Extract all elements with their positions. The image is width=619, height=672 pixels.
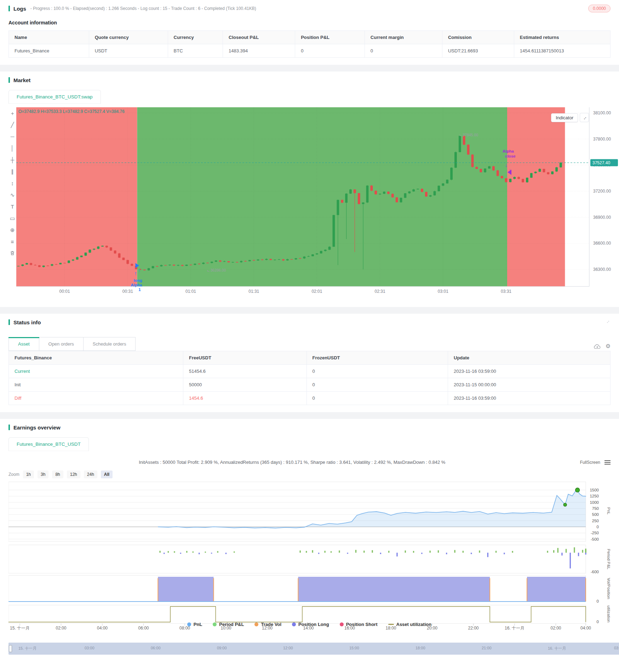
legend-item-asset-utilization[interactable]: Asset utilization (388, 622, 432, 627)
free-usdt-cell: 1454.6 (183, 392, 307, 405)
chart-fullscreen-button[interactable]: ↔ (580, 113, 589, 122)
crosshair-tool-icon[interactable]: ＋ (8, 109, 16, 116)
legend-label: Position Short (346, 622, 378, 627)
svg-text:0: 0 (597, 525, 599, 529)
rectangle-tool-icon[interactable]: ▭ (8, 215, 16, 222)
horizontal-line-tool-icon[interactable]: ─ (8, 133, 16, 140)
chart-menu-icon[interactable] (604, 460, 611, 465)
svg-text:-600: -600 (591, 570, 599, 574)
account-table: NameQuote currencyCurrencyCloseout P&LPo… (8, 30, 611, 58)
column-header: Currency (168, 31, 223, 44)
zoom-range-button-all[interactable]: All (101, 471, 113, 478)
table-row: Current51454.602023-11-16 03:59:00 (9, 365, 611, 378)
fullscreen-button[interactable]: FullScreen (580, 460, 600, 465)
cross-line-tool-icon[interactable]: ┼ (8, 156, 16, 163)
earnings-stats-line: InitAssets : 50000 Total Profit: 2.909 %… (8, 460, 576, 465)
svg-text:utilization: utilization (607, 605, 610, 622)
settings-gear-icon[interactable]: ⚙ (606, 343, 611, 349)
svg-text:Alpha: Alpha (503, 149, 514, 153)
ohlc-info: O=37482.9 H=37533.3 L=37482.9 C=37527.4 … (18, 109, 125, 114)
section-divider (0, 412, 619, 419)
column-header: Futures_Binance (9, 351, 183, 365)
svg-text:04:00: 04:00 (580, 626, 591, 631)
legend-item-position-long[interactable]: Position Long (292, 622, 329, 627)
column-header: Position P&L (295, 31, 365, 44)
table-cell: 1483.394 (223, 44, 295, 58)
svg-text:↓: ↓ (505, 162, 508, 168)
column-header: Closeout P&L (223, 31, 295, 44)
column-header: FrozenUSDT (306, 351, 448, 365)
legend-marker-icon (213, 622, 217, 626)
candlestick-chart: ＋╱─│┼∥↕∿T▭⊕≡ 00:0100:3101:0101:3102:0102… (8, 107, 611, 300)
status-tab-schedule-orders[interactable]: Schedule orders (84, 337, 136, 351)
legend-label: PnL (194, 622, 202, 627)
zoom-tool-icon[interactable]: ⊕ (8, 226, 16, 233)
expand-icon: ↔ (581, 114, 588, 121)
arrows-tool-icon[interactable]: ↕ (8, 180, 16, 187)
svg-text:37527.40: 37527.40 (592, 160, 610, 165)
legend-label: Asset utilization (396, 622, 432, 627)
column-header: FreeUSDT (183, 351, 307, 365)
navigator-left-handle[interactable] (9, 645, 12, 652)
zoom-range-button-3h[interactable]: 3h (38, 471, 48, 478)
svg-text:00:01: 00:01 (59, 289, 70, 294)
earnings-symbol-tab[interactable]: Futures_Binance_BTC_USDT (8, 437, 89, 451)
market-symbol-tab[interactable]: Futures_Binance_BTC_USDT:swap (8, 90, 101, 104)
status-table: Futures_BinanceFreeUSDTFrozenUSDTUpdateC… (8, 351, 611, 405)
indicator-button[interactable]: Indicator (551, 113, 578, 122)
cloud-download-icon[interactable] (594, 344, 601, 349)
frozen-usdt-cell: 0 (306, 378, 448, 392)
row-label: Current (9, 365, 183, 378)
legend-item-trade-vol[interactable]: Trade Vol (254, 622, 281, 627)
candlestick-svg[interactable]: 00:0100:3101:0101:3102:0102:3103:0103:31… (16, 107, 618, 298)
svg-text:36600.00: 36600.00 (593, 241, 611, 246)
pnl-marker-dot (575, 488, 580, 492)
column-header: Name (9, 31, 89, 44)
logs-title: Logs (13, 6, 26, 12)
pattern-tool-icon[interactable]: ≡ (8, 238, 16, 245)
legend-marker-icon (187, 622, 191, 626)
zoom-range-button-24h[interactable]: 24h (84, 471, 97, 478)
svg-text:02:31: 02:31 (375, 289, 385, 294)
legend-marker-icon (254, 622, 258, 626)
legend-label: Trade Vol (261, 622, 281, 627)
svg-text:long: long (133, 278, 142, 283)
frozen-usdt-cell: 0 (306, 392, 448, 405)
legend-item-pnl[interactable]: PnL (187, 622, 202, 627)
chart-navigator[interactable]: 15. 十一月03:0006:0009:0012:0015:0018:0021:… (8, 643, 619, 655)
market-section: Market Futures_Binance_BTC_USDT:swap ＋╱─… (0, 72, 619, 307)
svg-text:0: 0 (597, 620, 599, 624)
status-tab-open-orders[interactable]: Open orders (39, 337, 84, 351)
row-label: Diff (9, 392, 183, 405)
legend-item-position-short[interactable]: Position Short (340, 622, 378, 627)
parallel-channel-tool-icon[interactable]: ∥ (8, 168, 16, 175)
trash-tool-icon[interactable] (8, 250, 16, 257)
legend-item-period-p-l[interactable]: Period P&L (213, 622, 244, 627)
table-cell: Futures_Binance (9, 44, 89, 58)
status-tab-asset[interactable]: Asset (8, 337, 39, 351)
svg-text:02:00: 02:00 (56, 626, 66, 631)
trend-line-tool-icon[interactable]: ╱ (8, 121, 16, 128)
brush-tool-icon[interactable]: ∿ (8, 191, 16, 198)
free-usdt-cell: 51454.6 (183, 365, 307, 378)
vertical-line-tool-icon[interactable]: │ (8, 144, 16, 152)
zoom-range-button-8h[interactable]: 8h (52, 471, 63, 478)
svg-text:03:01: 03:01 (438, 289, 448, 294)
svg-text:00:31: 00:31 (122, 289, 133, 294)
svg-text:37845.00: 37845.00 (463, 133, 478, 137)
market-title: Market (13, 77, 30, 83)
section-accent-bar (8, 77, 10, 83)
svg-text:02:00: 02:00 (550, 626, 561, 631)
zoom-range-button-1h[interactable]: 1h (23, 471, 34, 478)
table-row: Futures_BinanceUSDTBTC1483.39400USDT:21.… (9, 44, 611, 58)
column-header: Quote currency (89, 31, 168, 44)
table-row: Init5000002023-11-15 00:00:00 (9, 378, 611, 392)
earnings-title: Earnings overview (13, 425, 61, 431)
svg-text:36300.00: 36300.00 (593, 267, 611, 272)
text-tool-icon[interactable]: T (8, 203, 16, 210)
zoom-range-button-12h[interactable]: 12h (67, 471, 80, 478)
update-time-cell: 2023-11-15 00:00:00 (448, 378, 611, 392)
svg-text:Period P&L: Period P&L (607, 549, 610, 570)
column-header: Comission (442, 31, 514, 44)
earnings-svg[interactable]: 1500125010007505002500-250-500PnL-600Per… (8, 480, 610, 631)
